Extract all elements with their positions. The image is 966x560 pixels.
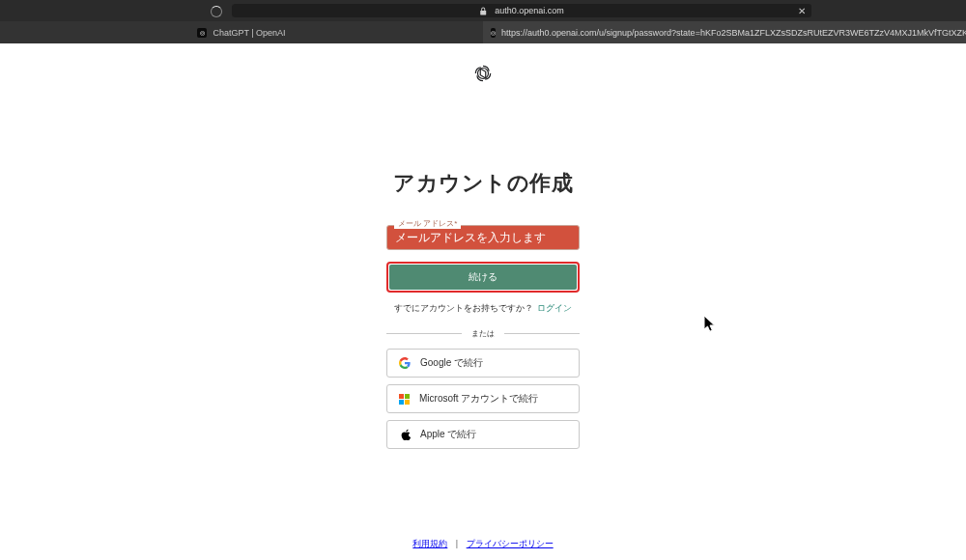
browser-chrome: auth0.openai.com ✕ ◎ ChatGPT | OpenAI ◎ … [0, 0, 966, 43]
email-field-wrap: メール アドレス* [386, 225, 580, 250]
tab-label: https://auth0.openai.com/u/signup/passwo… [501, 28, 966, 38]
signup-card: アカウントの作成 メール アドレス* 続ける すでにアカウントをお持ちですか？ … [319, 169, 647, 456]
page-title: アカウントの作成 [319, 169, 647, 198]
email-label: メール アドレス* [394, 218, 461, 229]
google-button-label: Google で続行 [420, 356, 483, 370]
address-bar-text: auth0.openai.com [495, 6, 564, 15]
clear-address-icon[interactable]: ✕ [798, 6, 806, 16]
continue-with-apple-button[interactable]: Apple で続行 [386, 420, 580, 449]
or-text: または [462, 328, 504, 339]
login-link[interactable]: ログイン [537, 303, 572, 313]
terms-link[interactable]: 利用規約 [412, 539, 447, 548]
address-bar[interactable]: auth0.openai.com ✕ [232, 4, 811, 17]
openai-logo-icon [472, 63, 494, 84]
apple-icon [399, 429, 411, 440]
tab-bar: ◎ ChatGPT | OpenAI ◎ https://auth0.opena… [0, 21, 966, 43]
mouse-cursor-icon [703, 315, 718, 334]
openai-favicon-icon: ◎ [197, 28, 207, 38]
apple-button-label: Apple で続行 [420, 428, 476, 441]
privacy-link[interactable]: プライバシーポリシー [467, 539, 554, 548]
legal-footer: 利用規約 | プライバシーポリシー [0, 538, 966, 550]
lock-icon [479, 7, 487, 15]
tab-label: ChatGPT | OpenAI [213, 28, 285, 38]
address-bar-host: auth0.openai.com [479, 6, 564, 15]
divider-or: または [386, 328, 580, 339]
have-account-text: すでにアカウントをお持ちですか？ [394, 303, 533, 313]
continue-with-microsoft-button[interactable]: Microsoft アカウントで続行 [386, 384, 580, 413]
continue-button[interactable]: 続ける [389, 265, 577, 290]
login-prompt: すでにアカウントをお持ちですか？ ログイン [319, 302, 647, 315]
browser-tab-signup[interactable]: ◎ https://auth0.openai.com/u/signup/pass… [483, 21, 966, 43]
microsoft-icon [399, 394, 410, 405]
social-login-group: Google で続行 Microsoft アカウントで続行 Apple で続行 [386, 349, 580, 449]
footer-divider: | [456, 539, 458, 548]
openai-favicon-icon: ◎ [491, 28, 496, 38]
google-icon [399, 357, 411, 369]
browser-tab-chatgpt[interactable]: ◎ ChatGPT | OpenAI [0, 21, 483, 43]
continue-highlight: 続ける [386, 262, 580, 293]
page-body: アカウントの作成 メール アドレス* 続ける すでにアカウントをお持ちですか？ … [0, 43, 966, 560]
loading-spinner-icon [211, 6, 222, 17]
continue-with-google-button[interactable]: Google で続行 [386, 349, 580, 378]
microsoft-button-label: Microsoft アカウントで続行 [419, 392, 538, 406]
